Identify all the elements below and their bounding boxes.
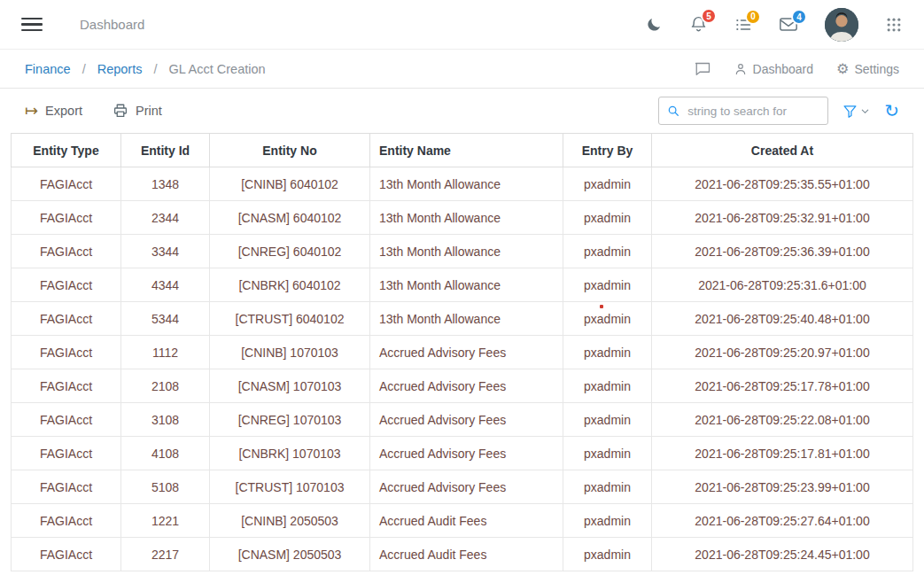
table-row[interactable]: FAGIAcct2108[CNASM] 1070103Accrued Advis… xyxy=(12,369,913,403)
cell-entry-by: pxadmin xyxy=(563,302,652,336)
cell-entity-type: FAGIAcct xyxy=(12,369,121,403)
cell-entity-id: 4108 xyxy=(121,437,210,470)
cell-created-at: 2021-06-28T09:25:23.99+01:00 xyxy=(652,470,913,504)
cell-entity-id: 1112 xyxy=(121,336,210,369)
gl-acct-creation-table: Entity TypeEntity IdEntity NoEntity Name… xyxy=(11,133,913,571)
cell-entity-name: Accrued Advisory Fees xyxy=(370,470,563,504)
tasks-badge: 0 xyxy=(745,9,761,25)
cell-entity-type: FAGIAcct xyxy=(12,167,121,201)
cell-entity-id: 2344 xyxy=(121,201,210,235)
export-button[interactable]: ↦ Export xyxy=(25,103,82,119)
column-header-entity-type[interactable]: Entity Type xyxy=(12,134,121,167)
cell-entity-type: FAGIAcct xyxy=(12,268,121,302)
print-label: Print xyxy=(136,104,162,118)
messages-button[interactable]: 4 xyxy=(779,16,798,33)
breadcrumb-reports[interactable]: Reports xyxy=(97,62,143,76)
dashboard-link-label: Dashboard xyxy=(753,62,814,76)
cell-entry-by: pxadmin xyxy=(563,403,652,437)
breadcrumb-finance[interactable]: Finance xyxy=(25,62,71,76)
column-header-created-at[interactable]: Created At xyxy=(652,134,913,167)
menu-hamburger-icon[interactable] xyxy=(21,18,43,32)
filter-funnel-icon xyxy=(842,104,858,119)
person-icon xyxy=(734,62,748,76)
cell-entity-name: Accrued Audit Fees xyxy=(370,504,563,538)
cell-created-at: 2021-06-28T09:25:27.64+01:00 xyxy=(652,504,913,538)
cell-entity-name: 13th Month Allowance xyxy=(370,268,563,302)
search-box xyxy=(658,97,828,125)
tasks-button[interactable]: 0 xyxy=(734,16,752,34)
cell-entity-name: Accrued Advisory Fees xyxy=(370,403,563,437)
cell-entry-by: pxadmin xyxy=(563,235,652,268)
export-icon: ↦ xyxy=(25,103,38,119)
cell-entity-name: 13th Month Allowance xyxy=(370,201,563,235)
cell-entity-no: [CNINB] 1070103 xyxy=(210,336,370,369)
cell-entity-no: [CNREG] 6040102 xyxy=(210,235,370,268)
cell-entity-name: 13th Month Allowance xyxy=(370,302,563,336)
cell-entity-name: Accrued Advisory Fees xyxy=(370,369,563,403)
column-header-entry-by[interactable]: Entry By xyxy=(563,134,652,167)
column-header-entity-name[interactable]: Entity Name xyxy=(370,134,563,167)
breadcrumb: Finance / Reports / GL Acct Creation xyxy=(25,62,266,76)
print-button[interactable]: Print xyxy=(113,103,162,119)
cell-entity-type: FAGIAcct xyxy=(12,336,121,369)
refresh-button[interactable]: ↻ xyxy=(884,102,899,120)
cell-entity-id: 5108 xyxy=(121,470,210,504)
breadcrumb-bar: Finance / Reports / GL Acct Creation Das… xyxy=(0,50,924,89)
cell-created-at: 2021-06-28T09:25:20.97+01:00 xyxy=(652,336,913,369)
apps-menu-button[interactable] xyxy=(885,16,903,34)
table-row[interactable]: FAGIAcct3344[CNREG] 604010213th Month Al… xyxy=(12,235,913,268)
column-header-entity-no[interactable]: Entity No xyxy=(210,134,370,167)
table-header-row: Entity TypeEntity IdEntity NoEntity Name… xyxy=(12,134,913,167)
table-row[interactable]: FAGIAcct1112[CNINB] 1070103Accrued Advis… xyxy=(12,336,913,369)
cell-entry-by: pxadmin xyxy=(563,538,652,571)
cell-created-at: 2021-06-28T09:25:17.81+01:00 xyxy=(652,437,913,470)
avatar-image xyxy=(825,8,858,42)
dark-mode-toggle[interactable] xyxy=(645,16,663,34)
table-row[interactable]: FAGIAcct1348[CNINB] 604010213th Month Al… xyxy=(12,167,913,201)
comments-button[interactable] xyxy=(695,61,710,76)
cell-entity-type: FAGIAcct xyxy=(12,538,121,571)
page-quick-actions: Dashboard ⚙ Settings xyxy=(695,61,899,76)
cell-created-at: 2021-06-28T09:25:22.08+01:00 xyxy=(652,403,913,437)
cell-entity-no: [CTRUST] 1070103 xyxy=(210,470,370,504)
gl-acct-table-container: Entity TypeEntity IdEntity NoEntity Name… xyxy=(11,133,913,571)
cell-entry-by: pxadmin xyxy=(563,201,652,235)
cell-entity-id: 3108 xyxy=(121,403,210,437)
cell-entity-no: [CNASM] 6040102 xyxy=(210,201,370,235)
table-row[interactable]: FAGIAcct4344[CNBRK] 604010213th Month Al… xyxy=(12,268,913,302)
cell-entity-id: 1221 xyxy=(121,504,210,538)
cell-entry-by: pxadmin xyxy=(563,167,652,201)
table-row[interactable]: FAGIAcct4108[CNBRK] 1070103Accrued Advis… xyxy=(12,437,913,470)
cell-entity-type: FAGIAcct xyxy=(12,201,121,235)
table-row[interactable]: FAGIAcct5344[CTRUST] 604010213th Month A… xyxy=(12,302,913,336)
grid-dots-icon xyxy=(885,16,903,34)
cell-created-at: 2021-06-28T09:25:24.45+01:00 xyxy=(652,538,913,571)
cell-entity-type: FAGIAcct xyxy=(12,235,121,268)
printer-icon xyxy=(113,103,128,119)
breadcrumb-current-page: GL Acct Creation xyxy=(169,62,266,76)
column-header-entity-id[interactable]: Entity Id xyxy=(121,134,210,167)
table-row[interactable]: FAGIAcct1221[CNINB] 2050503Accrued Audit… xyxy=(12,504,913,538)
toolbar-right: ↻ xyxy=(658,97,899,125)
app-title: Dashboard xyxy=(80,17,144,32)
notifications-badge: 5 xyxy=(701,8,717,24)
cell-entry-by: pxadmin xyxy=(563,369,652,403)
cell-entity-name: 13th Month Allowance xyxy=(370,167,563,201)
table-row[interactable]: FAGIAcct5108[CTRUST] 1070103Accrued Advi… xyxy=(12,470,913,504)
table-row[interactable]: FAGIAcct2344[CNASM] 604010213th Month Al… xyxy=(12,201,913,235)
table-row[interactable]: FAGIAcct2217[CNASM] 2050503Accrued Audit… xyxy=(12,538,913,571)
cell-entity-name: Accrued Advisory Fees xyxy=(370,336,563,369)
search-input[interactable] xyxy=(686,104,819,119)
settings-button[interactable]: ⚙ Settings xyxy=(836,62,899,76)
cell-entity-no: [CNASM] 2050503 xyxy=(210,538,370,571)
cell-entity-name: 13th Month Allowance xyxy=(370,235,563,268)
dashboard-link[interactable]: Dashboard xyxy=(734,62,814,76)
user-avatar[interactable] xyxy=(825,8,858,42)
cell-entity-type: FAGIAcct xyxy=(12,403,121,437)
grid-toolbar: ↦ Export Print ↻ xyxy=(0,89,924,133)
filter-button[interactable] xyxy=(842,104,870,119)
table-row[interactable]: FAGIAcct3108[CNREG] 1070103Accrued Advis… xyxy=(12,403,913,437)
search-icon xyxy=(667,104,679,118)
notifications-button[interactable]: 5 xyxy=(689,15,708,34)
cell-entity-no: [CNINB] 6040102 xyxy=(210,167,370,201)
